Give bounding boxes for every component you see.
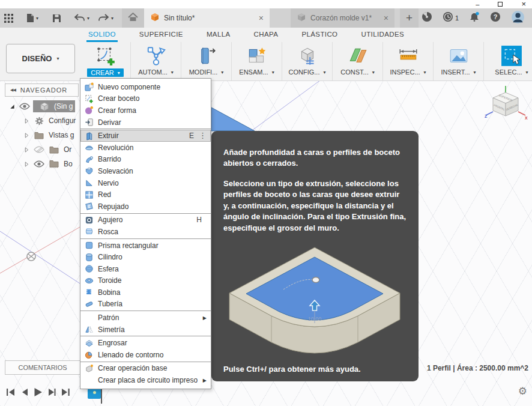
eye-icon[interactable] — [33, 160, 45, 168]
skip-end-icon — [61, 388, 70, 399]
tab-solido[interactable]: SOLIDO — [86, 28, 118, 42]
menu-item-crear-placa-de-circuito-impreso[interactable]: Crear placa de circuito impreso ▶ — [80, 374, 211, 386]
close-tab-icon[interactable]: × — [384, 13, 388, 23]
toolbar-group-const[interactable]: CONST...▾ — [333, 42, 383, 80]
menu-item-prisma-rectangular[interactable]: Prisma rectangular — [80, 240, 211, 252]
menu-item-esfera[interactable]: Esfera — [80, 263, 211, 275]
tab-chapa[interactable]: CHAPA — [252, 28, 280, 42]
notifications-button[interactable] — [469, 11, 480, 25]
close-button[interactable]: × — [521, 1, 526, 8]
doc-tab-corazon-molde[interactable]: Corazón molde v1* × — [291, 8, 394, 28]
menu-item-simetria[interactable]: Simetría — [80, 324, 211, 336]
navigator-item-3[interactable]: Or — [0, 142, 80, 157]
sketch-profile[interactable] — [211, 108, 255, 131]
menu-item-solevacion[interactable]: Solevación — [80, 165, 211, 177]
file-menu-button[interactable]: ▾ — [22, 8, 43, 28]
undo-button[interactable]: ▾ — [70, 8, 94, 28]
help-button[interactable]: ? — [490, 11, 501, 25]
menu-item-crear-boceto[interactable]: Crear boceto — [80, 93, 211, 105]
menu-item-red[interactable]: Red — [80, 189, 211, 201]
menu-item-extruir[interactable]: Extruir E ⋮ — [80, 130, 211, 142]
extensions-button[interactable] — [422, 11, 432, 25]
toolbar-group-crear[interactable]: CREAR▾ — [80, 42, 131, 80]
tab-superficie[interactable]: SUPERFICIE — [138, 28, 185, 42]
rib-icon — [84, 178, 94, 188]
collapsed-twisty-icon[interactable] — [23, 162, 30, 167]
tab-plastico[interactable]: PLÁSTICO — [300, 28, 339, 42]
tab-malla[interactable]: MALLA — [205, 28, 232, 42]
menu-item-toroide[interactable]: Toroide — [80, 275, 211, 287]
configure-icon[interactable] — [297, 44, 318, 67]
collapsed-twisty-icon[interactable] — [23, 133, 30, 138]
navigator-item-2[interactable]: Vistas g — [0, 128, 80, 142]
new-tab-button[interactable]: + — [400, 8, 419, 28]
menu-item-agujero[interactable]: Agujero H — [80, 214, 211, 226]
tab-utilidades[interactable]: UTILIDADES — [359, 28, 406, 42]
job-status-button[interactable]: 1 — [443, 11, 459, 25]
collapse-panel-icon[interactable]: ◀◀ — [10, 88, 16, 92]
toolbar-group-ensam[interactable]: ENSAM...▾ — [232, 42, 282, 80]
step-forward-button[interactable] — [48, 388, 56, 399]
origin-marker[interactable] — [27, 252, 35, 261]
toolbar-group-modifi[interactable]: MODIFI...▾ — [181, 42, 232, 80]
create-sketch-tool-icon[interactable] — [95, 44, 116, 67]
navigator-item-1[interactable]: Configur — [0, 114, 80, 128]
menu-item-cilindro[interactable]: Cilindro — [80, 251, 211, 263]
bell-icon — [469, 11, 480, 25]
menu-item-engrosar[interactable]: Engrosar — [80, 337, 211, 349]
play-button[interactable] — [34, 387, 43, 399]
toolbar-group-autom[interactable]: AUTOM...▾ — [131, 42, 181, 80]
redo-button[interactable]: ▾ — [94, 8, 118, 28]
comments-panel-header[interactable]: COMENTARIOS — [5, 360, 80, 375]
assemble-icon[interactable] — [246, 44, 268, 67]
maximize-button[interactable] — [498, 1, 503, 8]
navigator-item-4[interactable]: Bo — [0, 157, 80, 171]
minimize-button[interactable]: – — [476, 1, 479, 8]
workspace-selector-button[interactable]: DISEÑO▾ — [6, 44, 75, 73]
collapsed-twisty-icon[interactable] — [23, 118, 30, 124]
modify-icon[interactable] — [196, 44, 217, 67]
home-view-button[interactable] — [122, 8, 144, 28]
menu-item-patron[interactable]: Patrón ▶ — [80, 312, 211, 324]
select-icon[interactable] — [501, 44, 522, 67]
close-tab-icon[interactable]: × — [259, 13, 264, 23]
menu-item-llenado-de-contorno[interactable]: Llenado de contorno — [80, 349, 211, 361]
skip-start-button[interactable] — [6, 388, 15, 399]
navigator-header[interactable]: ◀◀ NAVEGADOR — [5, 83, 79, 97]
insert-icon[interactable] — [448, 44, 470, 67]
skip-end-button[interactable] — [61, 388, 70, 399]
eye-off-icon[interactable] — [33, 146, 45, 153]
menu-item-revolucion[interactable]: Revolución — [80, 142, 211, 154]
menu-item-repujado[interactable]: Repujado — [80, 201, 211, 213]
menu-item-derivar[interactable]: Derivar — [80, 117, 211, 129]
view-cube[interactable]: SUPERIOR FRONTAL DERECHA Z X — [483, 86, 528, 127]
toolbar-group-inspec[interactable]: INSPEC...▾ — [383, 42, 434, 80]
menu-item-nervio[interactable]: Nervio — [80, 177, 211, 189]
more-options-icon[interactable]: ⋮ — [199, 133, 207, 139]
inspect-icon[interactable] — [397, 44, 419, 67]
app-grid-button[interactable] — [0, 8, 17, 28]
collapsed-twisty-icon[interactable] — [23, 147, 30, 153]
construct-icon[interactable] — [347, 44, 369, 67]
menu-item-bobina[interactable]: Bobina — [80, 286, 211, 298]
automate-icon[interactable] — [145, 44, 167, 67]
menu-item-rosca[interactable]: Rosca — [80, 226, 211, 238]
menu-item-barrido[interactable]: Barrido — [80, 154, 211, 166]
timeline-settings-gear-icon[interactable]: ⚙ — [518, 385, 527, 398]
extension-icon — [422, 11, 432, 25]
eye-icon[interactable] — [19, 103, 31, 110]
step-back-button[interactable] — [20, 388, 28, 399]
doc-tab-sin-titulo[interactable]: Sin título* × — [144, 8, 270, 28]
user-avatar[interactable] — [511, 10, 525, 26]
save-button[interactable] — [48, 8, 65, 28]
menu-item-nuevo-componente[interactable]: Nuevo componente — [80, 81, 211, 93]
expanded-twisty-icon[interactable] — [8, 104, 16, 109]
menu-item-crear-forma[interactable]: Crear forma — [80, 105, 211, 117]
navigator-item-0[interactable]: (Sin g — [0, 99, 80, 114]
toolbar-group-selec[interactable]: SELEC...▾ — [484, 42, 532, 80]
toolbar-group-config[interactable]: CONFIG...▾ — [282, 42, 333, 80]
toolbar-group-insert[interactable]: INSERT...▾ — [434, 42, 484, 80]
menu-item-tuberia[interactable]: Tubería — [80, 298, 211, 311]
derive-icon — [84, 118, 94, 127]
menu-item-crear-operacion-base[interactable]: Crear operación base — [80, 363, 211, 375]
